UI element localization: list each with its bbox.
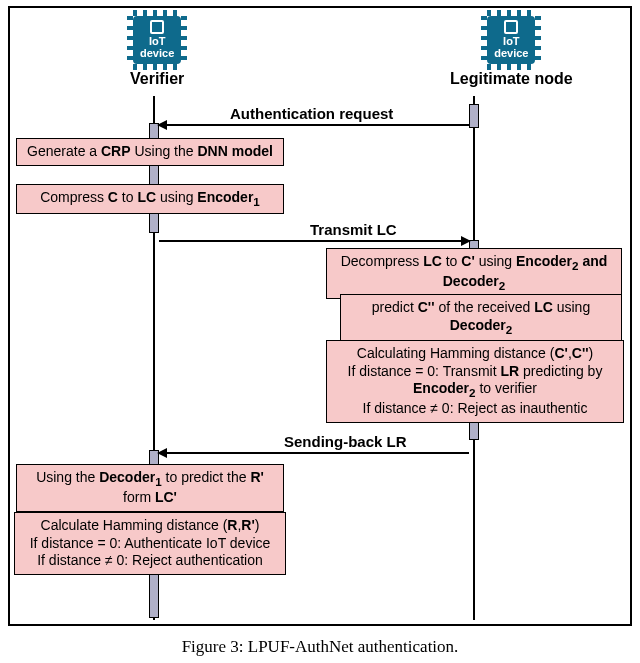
step-verifier-hamming: Calculate Hamming distance (R,R')If dist…	[14, 512, 286, 575]
text: Calculate Hamming distance (R,R')If dist…	[30, 517, 271, 568]
chip-icon: IoTdevice	[133, 16, 181, 64]
arrow-transmit-lc	[159, 240, 469, 242]
msg-label-transmit-lc: Transmit LC	[310, 221, 397, 238]
arrow-auth-request	[159, 124, 469, 126]
actor-label: Legitimate node	[450, 70, 573, 88]
msg-label-send-lr: Sending-back LR	[284, 433, 407, 450]
arrow-send-lr	[159, 452, 469, 454]
figure-caption: Figure 3: LPUF-AuthNet authentication.	[0, 637, 640, 657]
text: Decompress LC to C' using Encoder2 and D…	[341, 253, 608, 289]
text: predict C'' of the received LC using Dec…	[372, 299, 590, 333]
text: Generate a CRP Using the DNN model	[27, 143, 273, 159]
step-legit-hamming: Calculating Hamming distance (C',C'')If …	[326, 340, 624, 423]
actor-legitimate-node: IoTdevice Legitimate node	[450, 16, 573, 88]
text: Calculating Hamming distance (C',C'')If …	[348, 345, 603, 416]
text: Using the Decoder1 to predict the R' for…	[36, 469, 264, 505]
chip-icon: IoTdevice	[487, 16, 535, 64]
activation-legitimate-1	[469, 104, 479, 128]
actor-verifier: IoTdevice Verifier	[130, 16, 184, 88]
step-verifier-generate-crp: Generate a CRP Using the DNN model	[16, 138, 284, 166]
step-legit-predict: predict C'' of the received LC using Dec…	[340, 294, 622, 342]
chip-text: IoTdevice	[494, 36, 528, 59]
sequence-diagram-frame: IoTdevice Verifier IoTdevice Legitimate …	[8, 6, 632, 626]
step-legit-decompress: Decompress LC to C' using Encoder2 and D…	[326, 248, 622, 299]
text: Compress C to LC using Encoder1	[40, 189, 260, 205]
actor-label: Verifier	[130, 70, 184, 88]
step-verifier-decode: Using the Decoder1 to predict the R' for…	[16, 464, 284, 512]
msg-label-auth-request: Authentication request	[230, 105, 393, 122]
chip-text: IoTdevice	[140, 36, 174, 59]
step-verifier-compress: Compress C to LC using Encoder1	[16, 184, 284, 214]
